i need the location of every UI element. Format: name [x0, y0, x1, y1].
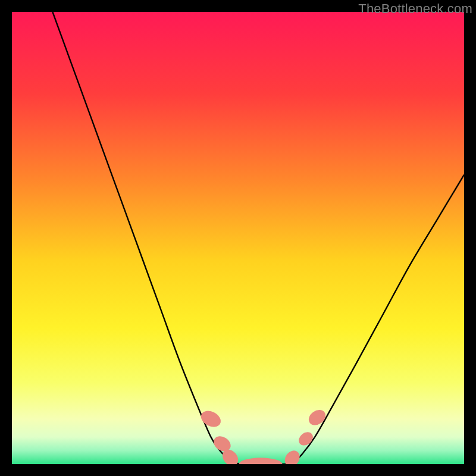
- bottleneck-chart: [12, 12, 464, 464]
- gradient-background: [12, 12, 464, 464]
- watermark-text: TheBottleneck.com: [358, 1, 472, 17]
- chart-frame: [12, 12, 464, 464]
